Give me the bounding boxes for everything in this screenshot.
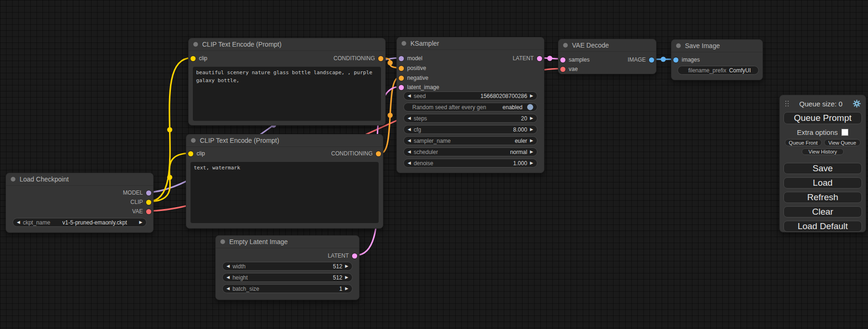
output-vae[interactable]: VAE bbox=[132, 207, 151, 216]
decrement-arrow[interactable]: ◀ bbox=[17, 220, 20, 224]
sampler-name-widget[interactable]: ◀ sampler_name euler ▶ bbox=[403, 136, 537, 145]
collapse-dot[interactable] bbox=[220, 239, 225, 244]
ckpt-name-widget[interactable]: ◀ ckpt_name v1-5-pruned-emaonly.ckpt ▶ bbox=[13, 218, 147, 227]
increment-arrow[interactable]: ▶ bbox=[530, 139, 533, 143]
increment-arrow[interactable]: ▶ bbox=[530, 150, 533, 154]
input-clip[interactable]: clip bbox=[191, 54, 207, 63]
collapse-dot[interactable] bbox=[191, 138, 196, 143]
output-conditioning[interactable]: CONDITIONING bbox=[331, 149, 381, 158]
collapse-dot[interactable] bbox=[563, 43, 568, 48]
decrement-arrow[interactable]: ◀ bbox=[408, 94, 411, 98]
drag-handle-icon[interactable] bbox=[785, 101, 789, 107]
increment-arrow[interactable]: ▶ bbox=[345, 264, 348, 268]
denoise-widget[interactable]: ◀ denoise 1.000 ▶ bbox=[403, 159, 537, 168]
vae-port-dot[interactable] bbox=[560, 67, 565, 72]
negative-prompt-textarea[interactable]: text, watermark bbox=[191, 162, 379, 223]
node-graph-canvas[interactable]: Load Checkpoint MODEL CLIP VAE ◀ ckpt_na… bbox=[0, 0, 868, 329]
conditioning-port-dot[interactable] bbox=[399, 66, 404, 71]
save-button[interactable]: Save bbox=[783, 163, 862, 174]
collapse-dot[interactable] bbox=[676, 43, 681, 48]
model-port-dot[interactable] bbox=[399, 56, 404, 61]
decrement-arrow[interactable]: ◀ bbox=[408, 139, 411, 143]
clip-port-dot[interactable] bbox=[146, 200, 151, 205]
queue-prompt-button[interactable]: Queue Prompt bbox=[783, 112, 862, 124]
conditioning-port-dot[interactable] bbox=[378, 56, 383, 61]
output-latent[interactable]: LATENT bbox=[513, 54, 542, 63]
conditioning-port-dot[interactable] bbox=[376, 151, 381, 156]
filename-prefix-widget[interactable]: filename_prefix ComfyUI bbox=[677, 66, 759, 75]
node-load-checkpoint[interactable]: Load Checkpoint MODEL CLIP VAE ◀ ckpt_na… bbox=[6, 173, 154, 233]
decrement-arrow[interactable]: ◀ bbox=[408, 161, 411, 165]
input-images[interactable]: images bbox=[673, 55, 700, 64]
height-widget[interactable]: ◀ height 512 ▶ bbox=[222, 273, 353, 282]
latent-port-dot[interactable] bbox=[352, 253, 357, 259]
image-port-dot[interactable] bbox=[673, 57, 678, 63]
steps-widget[interactable]: ◀ steps 20 ▶ bbox=[403, 114, 537, 123]
node-titlebar[interactable]: Empty Latent Image bbox=[216, 236, 359, 248]
node-titlebar[interactable]: VAE Decode bbox=[558, 39, 656, 52]
input-vae[interactable]: vae bbox=[560, 64, 578, 74]
output-model[interactable]: MODEL bbox=[123, 188, 151, 197]
latent-port-dot[interactable] bbox=[560, 57, 565, 63]
conditioning-port-dot[interactable] bbox=[399, 76, 404, 81]
extra-options-checkbox[interactable] bbox=[841, 129, 848, 136]
decrement-arrow[interactable]: ◀ bbox=[408, 127, 411, 132]
increment-arrow[interactable]: ▶ bbox=[530, 127, 533, 132]
decrement-arrow[interactable]: ◀ bbox=[408, 116, 411, 120]
node-ksampler[interactable]: KSampler model LATENT positive negative … bbox=[396, 37, 544, 173]
cfg-widget[interactable]: ◀ cfg 8.000 ▶ bbox=[403, 125, 537, 134]
clip-port-dot[interactable] bbox=[191, 56, 196, 61]
node-clip-text-encode-positive[interactable]: CLIP Text Encode (Prompt) clip CONDITION… bbox=[188, 38, 386, 126]
decrement-arrow[interactable]: ◀ bbox=[226, 287, 230, 291]
node-titlebar[interactable]: CLIP Text Encode (Prompt) bbox=[186, 134, 383, 147]
input-samples[interactable]: samples bbox=[560, 55, 590, 64]
increment-arrow[interactable]: ▶ bbox=[345, 275, 348, 280]
latent-port-dot[interactable] bbox=[399, 85, 404, 90]
scheduler-widget[interactable]: ◀ scheduler normal ▶ bbox=[403, 147, 537, 156]
view-history-button[interactable]: View History bbox=[802, 148, 844, 155]
collapse-dot[interactable] bbox=[11, 177, 15, 182]
increment-arrow[interactable]: ▶ bbox=[345, 287, 348, 291]
node-titlebar[interactable]: Load Checkpoint bbox=[6, 173, 153, 186]
collapse-dot[interactable] bbox=[193, 42, 198, 47]
node-clip-text-encode-negative[interactable]: CLIP Text Encode (Prompt) clip CONDITION… bbox=[186, 134, 383, 229]
refresh-button[interactable]: Refresh bbox=[783, 192, 862, 203]
settings-gear-icon[interactable] bbox=[853, 99, 861, 108]
load-default-button[interactable]: Load Default bbox=[783, 221, 862, 232]
increment-arrow[interactable]: ▶ bbox=[139, 220, 142, 224]
random-seed-widget[interactable]: Random seed after every gen enabled bbox=[403, 103, 537, 112]
vae-port-dot[interactable] bbox=[146, 209, 151, 214]
input-model[interactable]: model bbox=[399, 54, 423, 63]
node-empty-latent-image[interactable]: Empty Latent Image LATENT ◀ width 512 ▶ … bbox=[215, 235, 360, 300]
collapse-dot[interactable] bbox=[402, 41, 406, 46]
output-image[interactable]: IMAGE bbox=[628, 55, 654, 64]
clear-button[interactable]: Clear bbox=[783, 206, 862, 217]
output-latent[interactable]: LATENT bbox=[328, 251, 357, 260]
batch-size-widget[interactable]: ◀ batch_size 1 ▶ bbox=[222, 284, 353, 293]
decrement-arrow[interactable]: ◀ bbox=[408, 150, 411, 154]
width-widget[interactable]: ◀ width 512 ▶ bbox=[222, 262, 353, 271]
clip-port-dot[interactable] bbox=[188, 151, 193, 156]
decrement-arrow[interactable]: ◀ bbox=[226, 264, 230, 268]
decrement-arrow[interactable]: ◀ bbox=[226, 275, 230, 280]
node-vae-decode[interactable]: VAE Decode samples IMAGE vae bbox=[558, 39, 656, 74]
random-seed-toggle[interactable] bbox=[527, 104, 533, 110]
node-save-image[interactable]: Save Image images filename_prefix ComfyU… bbox=[671, 39, 763, 80]
node-titlebar[interactable]: CLIP Text Encode (Prompt) bbox=[189, 38, 385, 51]
input-clip[interactable]: clip bbox=[188, 149, 205, 158]
seed-widget[interactable]: ◀ seed 156680208700286 ▶ bbox=[403, 91, 537, 100]
increment-arrow[interactable]: ▶ bbox=[530, 94, 533, 98]
model-port-dot[interactable] bbox=[146, 190, 151, 196]
input-positive[interactable]: positive bbox=[399, 63, 426, 73]
increment-arrow[interactable]: ▶ bbox=[530, 116, 533, 120]
output-clip[interactable]: CLIP bbox=[130, 197, 151, 207]
view-queue-button[interactable]: View Queue bbox=[824, 139, 861, 146]
latent-port-dot[interactable] bbox=[537, 56, 542, 61]
node-titlebar[interactable]: Save Image bbox=[671, 40, 762, 52]
image-port-dot[interactable] bbox=[649, 57, 654, 63]
increment-arrow[interactable]: ▶ bbox=[530, 161, 533, 165]
input-latent-image[interactable]: latent_image bbox=[399, 83, 439, 92]
output-conditioning[interactable]: CONDITIONING bbox=[333, 54, 383, 63]
load-button[interactable]: Load bbox=[783, 177, 862, 189]
input-negative[interactable]: negative bbox=[399, 73, 428, 83]
